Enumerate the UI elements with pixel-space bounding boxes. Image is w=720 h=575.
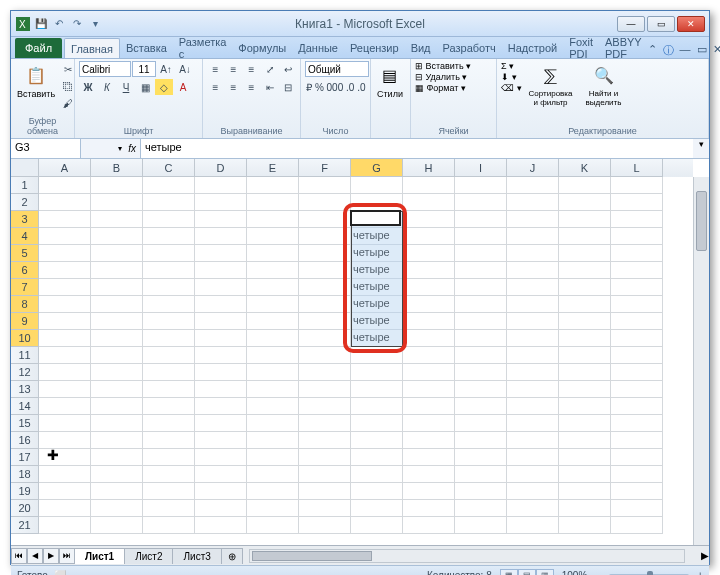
cell-D3[interactable] (195, 211, 247, 228)
cell-L13[interactable] (611, 381, 663, 398)
cell-B12[interactable] (91, 364, 143, 381)
cell-J3[interactable] (507, 211, 559, 228)
cell-D17[interactable] (195, 449, 247, 466)
cell-E3[interactable] (247, 211, 299, 228)
cell-E6[interactable] (247, 262, 299, 279)
decrease-font-icon[interactable]: A↓ (176, 61, 194, 77)
row-header-4[interactable]: 4 (11, 228, 39, 245)
formula-expand-icon[interactable]: ▾ (693, 139, 709, 158)
col-header-I[interactable]: I (455, 159, 507, 177)
cell-B5[interactable] (91, 245, 143, 262)
increase-font-icon[interactable]: A↑ (157, 61, 175, 77)
cell-A20[interactable] (39, 500, 91, 517)
cell-L11[interactable] (611, 347, 663, 364)
cell-G19[interactable] (351, 483, 403, 500)
cell-I9[interactable] (455, 313, 507, 330)
cell-D16[interactable] (195, 432, 247, 449)
cell-K3[interactable] (559, 211, 611, 228)
cell-E7[interactable] (247, 279, 299, 296)
cell-J4[interactable] (507, 228, 559, 245)
cell-I16[interactable] (455, 432, 507, 449)
cell-C20[interactable] (143, 500, 195, 517)
delete-cells-button[interactable]: ⊟ Удалить ▾ (415, 72, 492, 82)
cell-I19[interactable] (455, 483, 507, 500)
ribbon-minimize-icon[interactable]: ⌃ (648, 43, 657, 58)
row-header-17[interactable]: 17 (11, 449, 39, 466)
cell-H4[interactable] (403, 228, 455, 245)
sheet-nav-first-icon[interactable]: ⏮ (11, 548, 27, 564)
cell-A1[interactable] (39, 177, 91, 194)
cell-K19[interactable] (559, 483, 611, 500)
cell-C18[interactable] (143, 466, 195, 483)
cell-E18[interactable] (247, 466, 299, 483)
cell-A10[interactable] (39, 330, 91, 347)
cell-H10[interactable] (403, 330, 455, 347)
styles-button[interactable]: ▤ Стили (375, 61, 405, 125)
cell-J14[interactable] (507, 398, 559, 415)
cell-I11[interactable] (455, 347, 507, 364)
col-header-D[interactable]: D (195, 159, 247, 177)
vertical-scrollbar[interactable] (693, 177, 709, 545)
cell-L17[interactable] (611, 449, 663, 466)
cell-C16[interactable] (143, 432, 195, 449)
fill-icon[interactable]: ⬇ ▾ (501, 72, 522, 82)
cell-L14[interactable] (611, 398, 663, 415)
number-format-select[interactable] (305, 61, 369, 77)
cell-D2[interactable] (195, 194, 247, 211)
cell-K16[interactable] (559, 432, 611, 449)
cell-L15[interactable] (611, 415, 663, 432)
cell-J6[interactable] (507, 262, 559, 279)
cell-H9[interactable] (403, 313, 455, 330)
cell-F17[interactable] (299, 449, 351, 466)
cell-E17[interactable] (247, 449, 299, 466)
tab-foxit[interactable]: Foxit PDI (563, 38, 599, 58)
cell-F3[interactable] (299, 211, 351, 228)
cell-F16[interactable] (299, 432, 351, 449)
cell-I10[interactable] (455, 330, 507, 347)
cell-L21[interactable] (611, 517, 663, 534)
cell-F8[interactable] (299, 296, 351, 313)
cell-E5[interactable] (247, 245, 299, 262)
row-header-14[interactable]: 14 (11, 398, 39, 415)
cell-B20[interactable] (91, 500, 143, 517)
cell-B9[interactable] (91, 313, 143, 330)
cell-C19[interactable] (143, 483, 195, 500)
align-middle-icon[interactable]: ≡ (225, 61, 242, 77)
cell-A6[interactable] (39, 262, 91, 279)
cell-A21[interactable] (39, 517, 91, 534)
cell-E16[interactable] (247, 432, 299, 449)
cell-E14[interactable] (247, 398, 299, 415)
cell-A15[interactable] (39, 415, 91, 432)
cell-D20[interactable] (195, 500, 247, 517)
col-header-K[interactable]: K (559, 159, 611, 177)
cell-G1[interactable] (351, 177, 403, 194)
cell-G14[interactable] (351, 398, 403, 415)
cell-E15[interactable] (247, 415, 299, 432)
undo-icon[interactable]: ↶ (51, 16, 67, 32)
find-select-button[interactable]: 🔍 Найти и выделить (580, 61, 628, 125)
row-header-2[interactable]: 2 (11, 194, 39, 211)
cell-B19[interactable] (91, 483, 143, 500)
cell-H13[interactable] (403, 381, 455, 398)
cell-F21[interactable] (299, 517, 351, 534)
cell-E19[interactable] (247, 483, 299, 500)
font-color-icon[interactable]: A (174, 79, 192, 95)
cell-E10[interactable] (247, 330, 299, 347)
cell-A7[interactable] (39, 279, 91, 296)
col-header-G[interactable]: G (351, 159, 403, 177)
doc-restore-icon[interactable]: ▭ (697, 43, 707, 58)
col-header-A[interactable]: A (39, 159, 91, 177)
cell-C5[interactable] (143, 245, 195, 262)
tab-home[interactable]: Главная (64, 38, 120, 58)
cell-J2[interactable] (507, 194, 559, 211)
cell-D11[interactable] (195, 347, 247, 364)
dec-decimal-icon[interactable]: .0 (356, 79, 366, 95)
cell-F14[interactable] (299, 398, 351, 415)
tab-addins[interactable]: Надстрой (502, 38, 563, 58)
sort-filter-button[interactable]: ⅀ Сортировка и фильтр (524, 61, 578, 125)
tab-abbyy[interactable]: ABBYY PDF (599, 38, 648, 58)
cell-G16[interactable] (351, 432, 403, 449)
cell-C11[interactable] (143, 347, 195, 364)
row-header-10[interactable]: 10 (11, 330, 39, 347)
sheet-nav-next-icon[interactable]: ▶ (43, 548, 59, 564)
